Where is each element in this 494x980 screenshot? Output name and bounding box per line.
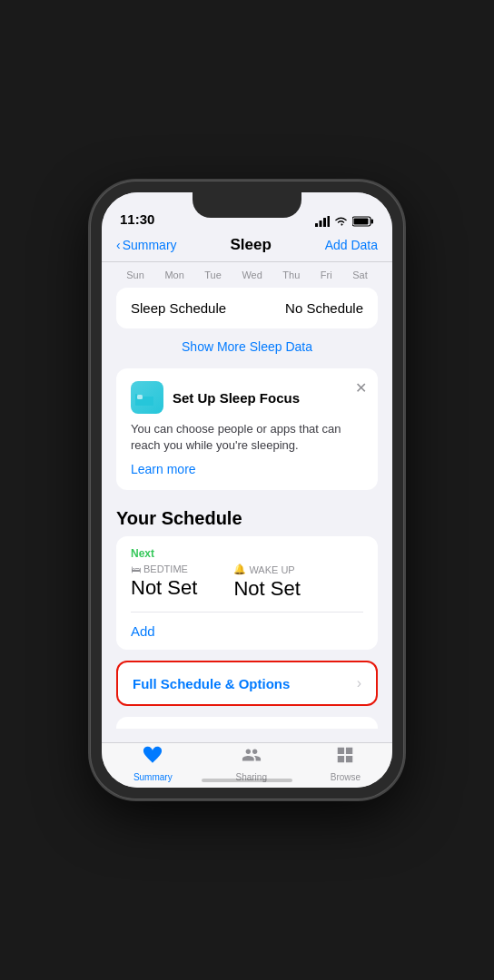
wakeup-label: WAKE UP bbox=[249, 564, 294, 575]
sleep-focus-header: Set Up Sleep Focus bbox=[131, 381, 363, 414]
next-label-container: Next bbox=[116, 536, 378, 560]
learn-more-link[interactable]: Learn more bbox=[131, 462, 196, 476]
schedule-times: 🛏 BEDTIME Not Set 🔔 WAKE UP Not Set bbox=[116, 564, 378, 612]
svg-rect-3 bbox=[328, 216, 331, 227]
wakeup-value: Not Set bbox=[233, 577, 300, 601]
wakeup-block: 🔔 WAKE UP Not Set bbox=[233, 564, 300, 601]
sharing-icon bbox=[242, 745, 262, 770]
day-fri: Fri bbox=[321, 270, 332, 280]
nav-bar: ‹ Summary Sleep Add Data bbox=[102, 232, 392, 262]
week-bar: Sun Mon Tue Wed Thu Fri Sat bbox=[102, 262, 392, 288]
your-schedule-header: Your Schedule bbox=[102, 501, 392, 536]
add-schedule-button[interactable]: Add bbox=[116, 612, 378, 650]
wakeup-type: 🔔 WAKE UP bbox=[233, 564, 300, 575]
svg-rect-2 bbox=[323, 218, 326, 227]
day-sun: Sun bbox=[126, 270, 144, 280]
tab-summary[interactable]: Summary bbox=[133, 745, 173, 782]
home-indicator bbox=[202, 779, 292, 782]
next-label: Next bbox=[131, 547, 363, 560]
nav-title: Sleep bbox=[230, 236, 271, 254]
day-tue: Tue bbox=[204, 270, 222, 280]
day-mon: Mon bbox=[164, 270, 183, 280]
svg-rect-9 bbox=[135, 394, 137, 406]
notch bbox=[193, 192, 301, 218]
status-icons bbox=[315, 216, 374, 227]
back-label: Summary bbox=[123, 238, 177, 252]
tuesday-schedule-card: Tuesday 🛏 BEDTIME 12:00 AM 🔔 WAKE UP – N… bbox=[116, 717, 378, 729]
sleep-focus-card: Set Up Sleep Focus ✕ You can choose peop… bbox=[116, 368, 378, 490]
full-schedule-wrapper: Full Schedule & Options › bbox=[116, 661, 378, 706]
svg-rect-10 bbox=[152, 397, 153, 406]
tab-browse-label: Browse bbox=[331, 772, 361, 782]
bed-icon: 🛏 bbox=[131, 564, 141, 574]
alarm-icon: 🔔 bbox=[233, 564, 246, 575]
chevron-right-icon: › bbox=[357, 675, 361, 691]
day-thu: Thu bbox=[282, 270, 300, 280]
back-button[interactable]: ‹ Summary bbox=[116, 238, 177, 252]
phone-screen: 11:30 bbox=[102, 192, 392, 788]
svg-rect-1 bbox=[320, 220, 322, 227]
bedtime-type: 🛏 BEDTIME bbox=[131, 564, 197, 574]
heart-icon bbox=[143, 745, 163, 770]
sleep-focus-title: Set Up Sleep Focus bbox=[173, 390, 300, 406]
signal-icon bbox=[315, 216, 330, 227]
tab-browse[interactable]: Browse bbox=[331, 745, 361, 782]
wifi-icon bbox=[334, 216, 348, 227]
svg-rect-0 bbox=[315, 223, 318, 227]
phone-frame: 11:30 bbox=[91, 181, 403, 799]
svg-rect-8 bbox=[137, 395, 143, 399]
show-more-sleep-data-button[interactable]: Show More Sleep Data bbox=[102, 332, 392, 361]
sleep-schedule-value: No Schedule bbox=[285, 300, 363, 316]
day-wed: Wed bbox=[242, 270, 262, 280]
full-schedule-button[interactable]: Full Schedule & Options › bbox=[116, 661, 378, 706]
scroll-content: Sun Mon Tue Wed Thu Fri Sat Sleep Schedu… bbox=[102, 262, 392, 729]
tuesday-label: Tuesday bbox=[131, 728, 363, 729]
bedtime-label: BEDTIME bbox=[143, 564, 188, 574]
sleep-schedule-label: Sleep Schedule bbox=[131, 300, 226, 316]
close-button[interactable]: ✕ bbox=[355, 379, 367, 397]
schedule-card: Next 🛏 BEDTIME Not Set 🔔 WAKE UP bbox=[116, 536, 378, 650]
day-sat: Sat bbox=[352, 270, 368, 280]
tab-sharing[interactable]: Sharing bbox=[235, 745, 266, 782]
status-time: 11:30 bbox=[120, 211, 154, 227]
sleep-focus-icon bbox=[131, 381, 163, 414]
sleep-schedule-row: Sleep Schedule No Schedule bbox=[116, 288, 378, 328]
bed-moon-icon bbox=[134, 387, 160, 407]
sleep-focus-description: You can choose people or apps that can r… bbox=[131, 421, 363, 454]
svg-rect-5 bbox=[371, 220, 374, 224]
tab-summary-label: Summary bbox=[133, 772, 173, 782]
add-data-button[interactable]: Add Data bbox=[325, 238, 378, 252]
svg-rect-6 bbox=[354, 219, 369, 225]
bedtime-value: Not Set bbox=[131, 576, 197, 600]
battery-icon bbox=[352, 216, 374, 227]
browse-icon bbox=[335, 745, 355, 770]
full-schedule-label: Full Schedule & Options bbox=[133, 676, 290, 691]
chevron-left-icon: ‹ bbox=[116, 238, 121, 252]
bedtime-block: 🛏 BEDTIME Not Set bbox=[131, 564, 197, 601]
